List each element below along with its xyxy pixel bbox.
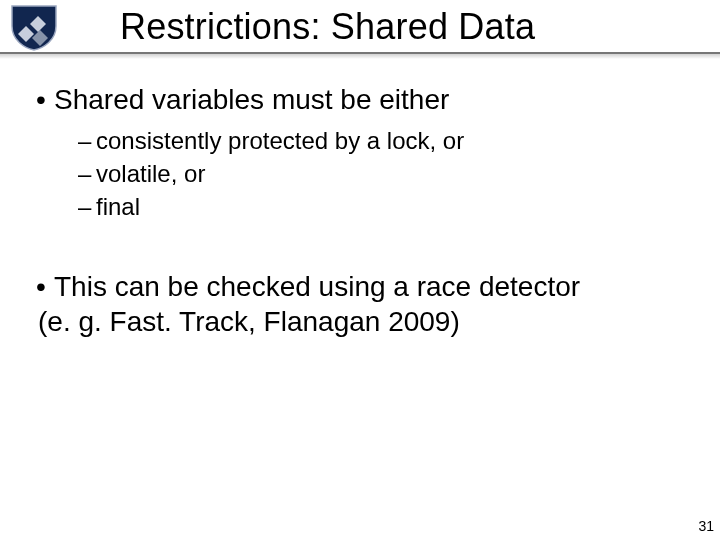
slide-header: Restrictions: Shared Data [0, 0, 720, 58]
dash-icon: – [78, 158, 96, 189]
dash-icon: – [78, 125, 96, 156]
slide-title: Restrictions: Shared Data [120, 6, 535, 48]
sub-bullet-item: –volatile, or [78, 158, 720, 189]
rice-shield-logo [10, 4, 58, 52]
slide-body: •Shared variables must be either –consis… [0, 82, 720, 347]
sub-bullet-text: volatile, or [96, 160, 205, 187]
bullet-item: •This can be checked using a race detect… [38, 269, 598, 339]
bullet-dot-icon: • [36, 82, 54, 117]
sub-bullet-text: final [96, 193, 140, 220]
page-number: 31 [698, 518, 714, 534]
sub-bullet-text: consistently protected by a lock, or [96, 127, 464, 154]
sub-bullet-item: –consistently protected by a lock, or [78, 125, 720, 156]
sub-bullet-item: –final [78, 191, 720, 222]
bullet-text: This can be checked using a race detecto… [38, 271, 580, 337]
dash-icon: – [78, 191, 96, 222]
header-divider [0, 52, 720, 60]
bullet-item: •Shared variables must be either [38, 82, 720, 117]
bullet-dot-icon: • [36, 269, 54, 304]
bullet-text: Shared variables must be either [54, 84, 449, 115]
